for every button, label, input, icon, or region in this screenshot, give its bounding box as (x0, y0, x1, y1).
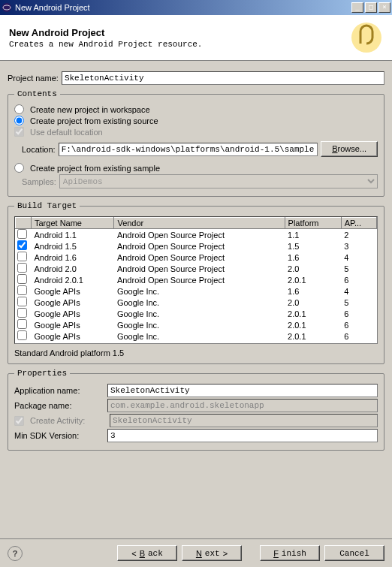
radio-existing-sample[interactable] (14, 163, 24, 173)
minimize-button[interactable]: _ (351, 2, 363, 13)
app-name-label: Application name: (14, 386, 104, 395)
create-activity-label: Create Activity: (30, 416, 107, 425)
target-name-cell: Android 2.0 (32, 263, 114, 274)
api-cell: 6 (341, 330, 376, 342)
finish-button[interactable]: Finish (260, 545, 320, 561)
target-name-cell: Android 1.5 (32, 240, 114, 252)
radio-existing-sample-label: Create project from existing sample (30, 164, 160, 173)
cancel-button[interactable]: Cancel (324, 545, 384, 561)
package-name-field (107, 399, 378, 412)
wizard-button-bar: ? < Back Next > Finish Cancel (0, 538, 392, 567)
vendor-cell: Android Open Source Project (114, 229, 285, 241)
vendor-cell: Google Inc. (114, 308, 285, 319)
wizard-header: New Android Project Creates a new Androi… (0, 15, 392, 61)
location-field[interactable] (59, 143, 318, 156)
back-button[interactable]: < Back (117, 545, 177, 561)
page-subtitle: Creates a new Android Project resource. (9, 40, 350, 49)
checkbox-default-location-label: Use default location (30, 128, 103, 137)
col-platform[interactable]: Platform (285, 218, 341, 229)
next-button[interactable]: Next > (182, 545, 242, 561)
api-cell: 4 (341, 252, 376, 263)
platform-cell: 1.1 (285, 229, 341, 241)
target-checkbox[interactable] (17, 297, 27, 306)
table-row[interactable]: Android 2.0Android Open Source Project2.… (16, 263, 377, 274)
table-row[interactable]: Google APIsGoogle Inc.1.64 (16, 285, 377, 297)
build-target-legend: Build Target (14, 201, 80, 210)
build-target-group: Build Target Target Name Vendor Platform… (8, 201, 384, 364)
platform-cell: 2.0 (285, 297, 341, 308)
target-checkbox[interactable] (17, 330, 27, 340)
api-cell: 6 (341, 274, 376, 285)
col-api[interactable]: AP... (341, 218, 376, 229)
maximize-button[interactable]: □ (365, 2, 377, 13)
target-checkbox[interactable] (17, 229, 27, 239)
app-name-field[interactable] (107, 384, 378, 397)
vendor-cell: Android Open Source Project (114, 274, 285, 285)
target-name-cell: Android 2.0.1 (32, 274, 114, 285)
radio-existing-source-label: Create project from existing source (30, 116, 158, 125)
platform-cell: 1.6 (285, 252, 341, 263)
build-target-table-container[interactable]: Target Name Vendor Platform AP... Androi… (14, 216, 378, 344)
target-checkbox[interactable] (17, 240, 27, 250)
min-sdk-label: Min SDK Version: (14, 431, 104, 440)
vendor-cell: Android Open Source Project (114, 240, 285, 252)
target-name-cell: Google APIs (32, 330, 114, 342)
target-checkbox[interactable] (17, 319, 27, 329)
samples-label: Samples: (22, 177, 56, 186)
table-row[interactable]: Google APIsGoogle Inc.2.0.16 (16, 319, 377, 330)
table-row[interactable]: Android 1.1Android Open Source Project1.… (16, 229, 377, 241)
platform-cell: 2.0.1 (285, 330, 341, 342)
table-row[interactable]: Android 1.6Android Open Source Project1.… (16, 252, 377, 263)
window-titlebar: New Android Project _ □ × (0, 0, 392, 15)
build-target-table: Target Name Vendor Platform AP... Androi… (15, 217, 377, 342)
radio-existing-source[interactable] (14, 116, 24, 125)
radio-new-project[interactable] (14, 104, 24, 114)
svg-point-0 (2, 3, 11, 12)
contents-group: Contents Create new project in workspace… (8, 89, 384, 197)
browse-button[interactable]: Browse... (321, 141, 378, 157)
properties-group: Properties Application name: Package nam… (8, 369, 384, 451)
package-name-label: Package name: (14, 401, 104, 410)
api-cell: 6 (341, 308, 376, 319)
close-button[interactable]: × (378, 2, 390, 13)
api-cell: 4 (341, 285, 376, 297)
target-name-cell: Android 1.1 (32, 229, 114, 241)
table-row[interactable]: Google APIsGoogle Inc.2.0.16 (16, 308, 377, 319)
android-logo-icon (350, 21, 383, 54)
platform-cell: 2.0.1 (285, 274, 341, 285)
col-target-name[interactable]: Target Name (32, 218, 114, 229)
target-checkbox[interactable] (17, 308, 27, 318)
api-cell: 5 (341, 297, 376, 308)
table-row[interactable]: Android 1.5Android Open Source Project1.… (16, 240, 377, 252)
api-cell: 2 (341, 229, 376, 241)
target-checkbox[interactable] (17, 285, 27, 295)
target-name-cell: Android 1.6 (32, 252, 114, 263)
table-row[interactable]: Google APIsGoogle Inc.2.0.16 (16, 330, 377, 342)
min-sdk-field[interactable] (107, 429, 378, 442)
project-name-field[interactable] (62, 71, 384, 85)
project-name-label: Project name: (8, 74, 59, 83)
platform-cell: 2.0.1 (285, 319, 341, 330)
contents-legend: Contents (14, 89, 60, 98)
api-cell: 3 (341, 240, 376, 252)
target-name-cell: Google APIs (32, 319, 114, 330)
eclipse-icon (2, 2, 12, 13)
col-vendor[interactable]: Vendor (114, 218, 285, 229)
target-name-cell: Google APIs (32, 285, 114, 297)
checkbox-default-location (14, 127, 24, 137)
api-cell: 6 (341, 319, 376, 330)
table-row[interactable]: Android 2.0.1Android Open Source Project… (16, 274, 377, 285)
checkbox-create-activity (14, 416, 24, 426)
create-activity-field (110, 414, 378, 427)
platform-cell: 2.0.1 (285, 308, 341, 319)
target-name-cell: Google APIs (32, 297, 114, 308)
help-icon[interactable]: ? (8, 546, 23, 561)
page-title: New Android Project (9, 27, 350, 38)
target-checkbox[interactable] (17, 274, 27, 284)
target-name-cell: Google APIs (32, 308, 114, 319)
target-checkbox[interactable] (17, 252, 27, 261)
samples-select: ApiDemos (59, 174, 378, 188)
platform-cell: 1.5 (285, 240, 341, 252)
target-checkbox[interactable] (17, 263, 27, 273)
table-row[interactable]: Google APIsGoogle Inc.2.05 (16, 297, 377, 308)
